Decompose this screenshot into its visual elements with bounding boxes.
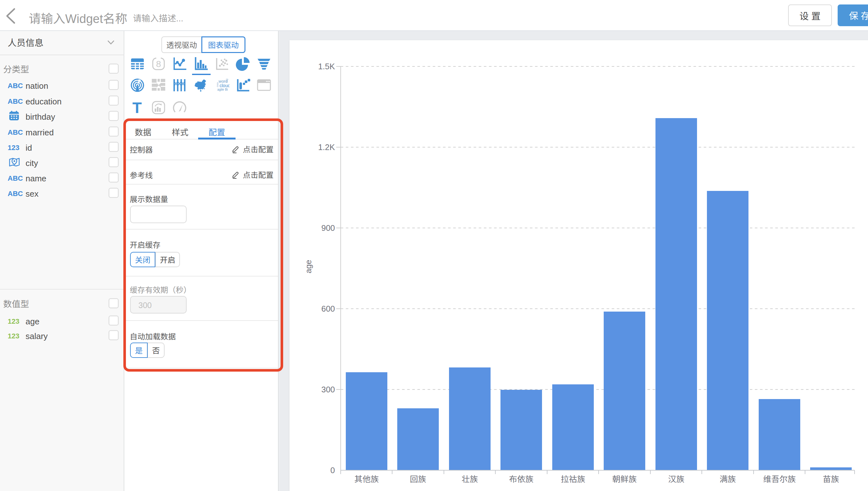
svg-text:cloud: cloud <box>220 83 229 88</box>
svg-text:朝鲜族: 朝鲜族 <box>612 472 637 484</box>
svg-text:回族: 回族 <box>410 472 426 484</box>
svg-text:tag: tag <box>225 79 228 83</box>
svg-text:age: age <box>302 260 314 273</box>
svg-text:汉族: 汉族 <box>668 472 684 484</box>
svg-text:壮族: 壮族 <box>461 472 478 484</box>
svg-text:0: 0 <box>330 464 335 475</box>
svg-text:拉祜族: 拉祜族 <box>561 472 586 484</box>
svg-text:布依族: 布依族 <box>509 472 534 484</box>
svg-text:900: 900 <box>321 221 335 233</box>
svg-text:1.5K: 1.5K <box>318 60 335 71</box>
svg-text:维吾尔族: 维吾尔族 <box>763 472 796 484</box>
svg-text:300: 300 <box>321 383 335 395</box>
svg-text:1.2K: 1.2K <box>318 141 335 152</box>
svg-text:苗族: 苗族 <box>823 472 839 484</box>
svg-text:agile Bi: agile Bi <box>217 88 228 91</box>
svg-text:600: 600 <box>321 302 335 314</box>
svg-text:其他族: 其他族 <box>354 472 379 484</box>
svg-text:data: data <box>216 82 219 87</box>
svg-text:T: T <box>132 100 142 115</box>
svg-text:8: 8 <box>156 59 161 69</box>
svg-text:满族: 满族 <box>720 472 736 484</box>
